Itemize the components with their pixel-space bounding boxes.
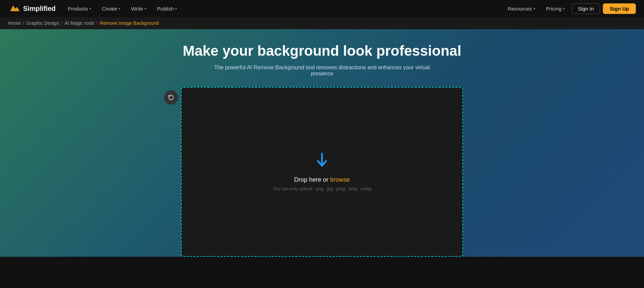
breadcrumb-sep-2: / xyxy=(61,20,63,26)
logo-icon xyxy=(8,2,20,15)
upload-browse-link[interactable]: browse xyxy=(330,176,350,183)
nav-resources[interactable]: Resources ▾ xyxy=(504,4,539,14)
nav-publish[interactable]: Publish ▾ xyxy=(153,4,181,14)
hero-title: Make your background look professional xyxy=(183,43,461,59)
hero-subtitle: The powerful AI Remove Background tool r… xyxy=(203,65,441,77)
nav-write-label: Write xyxy=(131,6,143,12)
nav-write-chevron: ▾ xyxy=(145,7,146,11)
nav-publish-chevron: ▾ xyxy=(175,7,177,11)
hero-content: Make your background look professional T… xyxy=(176,43,468,77)
breadcrumb: Home / Graphic Design / AI Magic tools /… xyxy=(0,17,644,29)
nav-products-label: Products xyxy=(68,6,88,12)
hero-section: Make your background look professional T… xyxy=(0,29,644,257)
breadcrumb-current: Remove Image Background xyxy=(100,20,159,26)
refresh-button[interactable] xyxy=(164,90,178,105)
upload-arrow-icon xyxy=(316,153,328,171)
signin-button[interactable]: Sign In xyxy=(572,3,600,14)
breadcrumb-graphic-design[interactable]: Graphic Design xyxy=(26,20,59,26)
upload-hint: You can only upload: .png, .jpg, .jpeg, … xyxy=(273,186,372,191)
signup-button[interactable]: Sign Up xyxy=(603,3,636,14)
breadcrumb-sep-3: / xyxy=(97,20,98,26)
logo-link[interactable]: Simplified xyxy=(8,2,56,15)
upload-container: Drop here or browse You can only upload:… xyxy=(174,87,470,257)
nav-pricing-label: Pricing xyxy=(546,6,562,12)
nav-create-chevron: ▾ xyxy=(119,7,120,11)
nav-products-chevron: ▾ xyxy=(89,7,91,11)
breadcrumb-ai-magic[interactable]: AI Magic tools xyxy=(65,20,95,26)
upload-drop-text: Drop here or browse xyxy=(294,176,350,183)
upload-dropzone[interactable]: Drop here or browse You can only upload:… xyxy=(181,87,463,257)
nav-products[interactable]: Products ▾ xyxy=(64,4,95,14)
refresh-icon xyxy=(168,94,174,101)
logo-text: Simplified xyxy=(23,5,56,13)
breadcrumb-sep-1: / xyxy=(23,20,24,26)
nav-write[interactable]: Write ▾ xyxy=(127,4,150,14)
nav-pricing-chevron: ▾ xyxy=(563,7,565,11)
nav-resources-chevron: ▾ xyxy=(533,7,535,11)
nav-resources-label: Resources xyxy=(508,6,532,12)
nav-pricing[interactable]: Pricing ▾ xyxy=(542,4,569,14)
nav-create[interactable]: Create ▾ xyxy=(98,4,124,14)
nav-right-section: Resources ▾ Pricing ▾ Sign In Sign Up xyxy=(504,3,636,14)
breadcrumb-home[interactable]: Home xyxy=(8,20,21,26)
navbar: Simplified Products ▾ Create ▾ Write ▾ P… xyxy=(0,0,644,17)
nav-publish-label: Publish xyxy=(157,6,174,12)
bottom-section xyxy=(0,257,644,288)
nav-create-label: Create xyxy=(102,6,117,12)
